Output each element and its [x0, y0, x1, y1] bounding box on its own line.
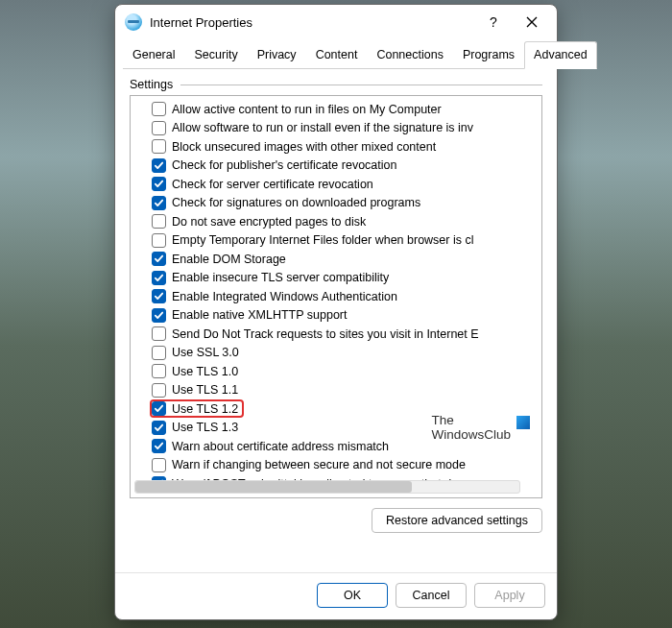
- setting-checkbox[interactable]: [152, 289, 166, 303]
- setting-row[interactable]: Allow active content to run in files on …: [152, 100, 540, 119]
- watermark-line1: The: [431, 414, 511, 428]
- setting-checkbox[interactable]: [152, 421, 166, 435]
- setting-row[interactable]: Check for server certificate revocation: [152, 175, 540, 194]
- setting-label: Block unsecured images with other mixed …: [172, 140, 436, 154]
- horizontal-scrollbar[interactable]: [134, 480, 520, 494]
- setting-checkbox[interactable]: [152, 439, 166, 453]
- setting-row[interactable]: Check for signatures on downloaded progr…: [152, 194, 540, 213]
- setting-checkbox[interactable]: [152, 102, 166, 116]
- tab-privacy[interactable]: Privacy: [248, 41, 306, 68]
- settings-group: Settings Allow active content to run in …: [129, 77, 543, 567]
- restore-advanced-settings-button[interactable]: Restore advanced settings: [372, 508, 542, 533]
- setting-row[interactable]: Enable native XMLHTTP support: [152, 306, 540, 326]
- setting-label: Use TLS 1.2: [172, 402, 238, 416]
- setting-label: Use SSL 3.0: [172, 346, 239, 359]
- dialog-footer: OK Cancel Apply: [115, 572, 557, 619]
- advanced-panel: Settings Allow active content to run in …: [115, 69, 557, 572]
- tab-connections[interactable]: Connections: [367, 41, 453, 68]
- setting-label: Enable insecure TLS server compatibility: [172, 271, 389, 284]
- setting-checkbox[interactable]: [152, 308, 166, 323]
- setting-checkbox[interactable]: [152, 458, 166, 472]
- setting-checkbox[interactable]: [152, 233, 166, 248]
- setting-label: Check for publisher's certificate revoca…: [172, 158, 396, 172]
- setting-row[interactable]: Empty Temporary Internet Files folder wh…: [152, 231, 540, 251]
- setting-checkbox[interactable]: [152, 252, 166, 266]
- setting-label: Allow active content to run in files on …: [172, 103, 442, 116]
- help-button[interactable]: ?: [474, 8, 513, 36]
- setting-checkbox[interactable]: [152, 196, 166, 210]
- close-icon: [526, 16, 538, 28]
- setting-label: Warn if changing between secure and not …: [172, 458, 466, 471]
- cancel-button[interactable]: Cancel: [396, 583, 467, 608]
- tab-strip: GeneralSecurityPrivacyContentConnections…: [123, 41, 549, 69]
- setting-checkbox[interactable]: [152, 177, 166, 191]
- horizontal-scrollbar-thumb[interactable]: [135, 481, 412, 493]
- ok-button[interactable]: OK: [317, 583, 388, 608]
- setting-label: Check for signatures on downloaded progr…: [172, 196, 420, 209]
- watermark: The WindowsClub: [431, 414, 530, 443]
- setting-row[interactable]: Enable Integrated Windows Authentication: [152, 287, 540, 306]
- setting-checkbox[interactable]: [152, 364, 166, 378]
- setting-checkbox[interactable]: [152, 121, 166, 135]
- tab-programs[interactable]: Programs: [453, 41, 524, 68]
- setting-label: Use TLS 1.1: [172, 383, 238, 397]
- setting-row[interactable]: Block unsecured images with other mixed …: [152, 137, 540, 157]
- setting-label: Empty Temporary Internet Files folder wh…: [172, 233, 473, 247]
- internet-globe-icon: [125, 13, 142, 31]
- apply-button[interactable]: Apply: [474, 583, 545, 608]
- setting-row[interactable]: Do not save encrypted pages to disk: [152, 212, 540, 231]
- window-title: Internet Properties: [150, 15, 252, 30]
- setting-row[interactable]: Allow software to run or install even if…: [152, 119, 540, 138]
- setting-label: Check for server certificate revocation: [172, 178, 373, 191]
- setting-checkbox[interactable]: [152, 158, 166, 173]
- setting-checkbox[interactable]: [152, 383, 166, 398]
- setting-row[interactable]: Warn if changing between secure and not …: [152, 456, 540, 475]
- close-button[interactable]: [513, 8, 551, 36]
- setting-row[interactable]: Enable insecure TLS server compatibility: [152, 269, 540, 288]
- setting-row[interactable]: Use TLS 1.0: [152, 362, 540, 381]
- setting-checkbox[interactable]: [152, 214, 166, 229]
- setting-label: Do not save encrypted pages to disk: [172, 215, 366, 229]
- setting-checkbox[interactable]: [152, 326, 166, 341]
- tab-general[interactable]: General: [123, 41, 184, 68]
- setting-row[interactable]: Use TLS 1.1: [152, 381, 540, 400]
- tab-security[interactable]: Security: [184, 41, 247, 68]
- setting-label: Send Do Not Track requests to sites you …: [172, 327, 479, 341]
- tab-advanced[interactable]: Advanced: [524, 41, 597, 69]
- setting-label: Allow software to run or install even if…: [172, 121, 473, 134]
- setting-label: Enable DOM Storage: [172, 253, 286, 266]
- setting-row[interactable]: Check for publisher's certificate revoca…: [152, 157, 540, 176]
- setting-row[interactable]: Use SSL 3.0: [152, 344, 540, 363]
- setting-label: Use TLS 1.3: [172, 421, 238, 434]
- tab-content[interactable]: Content: [306, 41, 368, 68]
- setting-label: Use TLS 1.0: [172, 365, 238, 378]
- setting-checkbox[interactable]: [152, 346, 166, 360]
- setting-label: Enable native XMLHTTP support: [172, 308, 348, 322]
- watermark-line2: WindowsClub: [431, 428, 511, 443]
- setting-checkbox[interactable]: [152, 271, 166, 285]
- titlebar: Internet Properties ?: [115, 5, 557, 39]
- group-divider: [180, 85, 542, 85]
- setting-row[interactable]: Send Do Not Track requests to sites you …: [152, 325, 540, 344]
- settings-group-label: Settings: [130, 78, 173, 91]
- setting-checkbox[interactable]: [152, 401, 166, 416]
- setting-label: Warn about certificate address mismatch: [172, 440, 389, 453]
- internet-properties-dialog: Internet Properties ? GeneralSecurityPri…: [114, 4, 558, 620]
- windows-logo-icon: [516, 416, 530, 429]
- setting-row[interactable]: Enable DOM Storage: [152, 250, 540, 269]
- setting-checkbox[interactable]: [152, 139, 166, 154]
- setting-label: Enable Integrated Windows Authentication: [172, 290, 397, 303]
